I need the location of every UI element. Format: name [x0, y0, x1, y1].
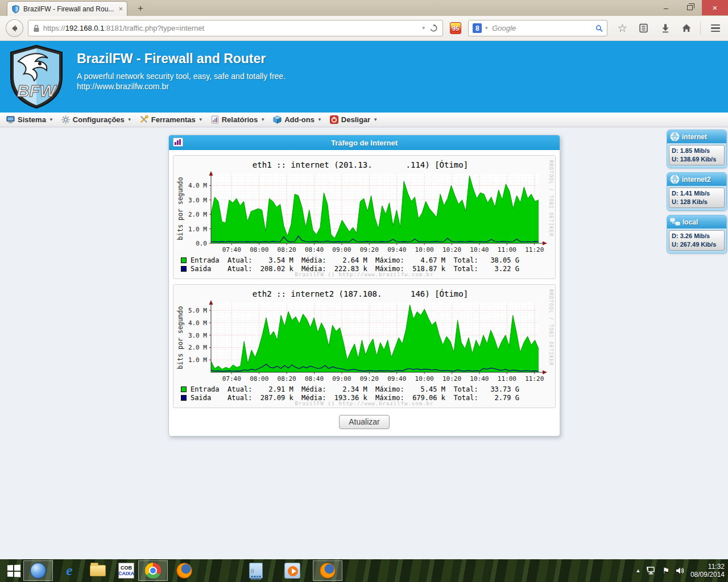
menu-item-addons[interactable]: Add-ons ▼ — [270, 115, 327, 124]
taskbar-clock[interactable]: 11:32 08/09/2014 — [690, 563, 725, 579]
search-input[interactable] — [491, 23, 593, 33]
internet-explorer-icon: e — [66, 562, 73, 579]
svg-text:4.0 M: 4.0 M — [188, 319, 207, 327]
svg-text:09:20: 09:20 — [360, 246, 379, 253]
widget-header: internet — [667, 130, 726, 143]
rrd-graph-eth2: 07:4008:0008:2008:4009:0009:2009:4010:00… — [173, 300, 549, 384]
taskbar-chrome-active[interactable] — [138, 560, 168, 581]
menu-label: Desligar — [341, 115, 370, 124]
svg-text:2.0 M: 2.0 M — [188, 344, 207, 351]
taskbar-cob-caixa[interactable]: COBCAIXA — [116, 562, 136, 580]
widget-internet[interactable]: internet D: 1.85 Mib/s U: 138.69 Kib/s — [667, 130, 727, 168]
taskbar-firefox[interactable] — [174, 562, 195, 580]
menu-item-ferramentas[interactable]: Ferramentas ▼ — [137, 115, 208, 124]
menu-bar: Sistema ▼ Configurações ▼ Ferramentas ▼ … — [0, 113, 728, 127]
globe-icon — [670, 174, 680, 184]
volume-icon[interactable] — [676, 567, 684, 575]
network-status-icon[interactable] — [647, 567, 656, 575]
globe-icon — [670, 132, 680, 142]
menu-item-relatorios[interactable]: Relatórios ▼ — [208, 115, 271, 124]
chevron-down-icon: ▼ — [49, 117, 53, 122]
report-icon — [211, 115, 219, 124]
widget-values: D: 1.85 Mib/s U: 138.69 Kib/s — [669, 145, 725, 165]
tab-close-icon[interactable]: × — [118, 5, 123, 13]
graph-eth1: eth1 :: internet (201.13. .114) [Ótimo] … — [173, 155, 556, 279]
svg-text:09:00: 09:00 — [332, 375, 351, 383]
menu-label: Add-ons — [284, 115, 315, 124]
downloads-icon[interactable] — [659, 22, 672, 35]
firefox-window: BrazilFW - Firewall and Rou... × + – × h… — [0, 0, 728, 582]
chevron-down-icon: ▼ — [373, 117, 378, 122]
taskbar-file-explorer[interactable] — [88, 562, 108, 580]
widget-local[interactable]: local D: 3.26 Mib/s U: 267.49 Kib/s — [667, 215, 727, 253]
chart-icon — [173, 138, 183, 147]
close-button[interactable]: × — [702, 0, 728, 15]
system-icon — [6, 116, 15, 124]
legend-text: Entrada Atual: 2.91 M Média: 2.34 M Máxi… — [191, 385, 519, 393]
taskbar-firefox-active[interactable] — [313, 560, 342, 581]
menu-hamburger-icon[interactable] — [709, 22, 722, 35]
taskbar-internet-explorer[interactable]: e — [59, 562, 80, 580]
action-center-flag-icon[interactable]: ⚑ — [662, 566, 669, 575]
logo-text: BFW — [17, 81, 57, 100]
browser-tab[interactable]: BrazilFW - Firewall and Rou... × — [7, 1, 127, 16]
url-bar[interactable]: https://192.168.0.1:8181/traffic.php?typ… — [28, 20, 443, 36]
site-subtitle: A powerful network security tool, easy, … — [77, 72, 286, 81]
svg-text:4.0 M: 4.0 M — [188, 182, 207, 189]
menu-item-sistema[interactable]: Sistema ▼ — [3, 115, 59, 124]
firefox-icon — [176, 563, 192, 579]
search-box[interactable]: 8 ▼ — [468, 20, 607, 36]
widget-header: internet2 — [667, 173, 726, 186]
refresh-button[interactable]: Atualizar — [339, 415, 389, 429]
svg-text:5.0 M: 5.0 M — [188, 307, 207, 314]
svg-text:10:20: 10:20 — [442, 246, 461, 253]
site-url: http://www.brazilfw.com.br — [77, 82, 169, 91]
site-header: BFW BrazilFW - Firewall and Router A pow… — [0, 41, 728, 113]
search-icon[interactable] — [595, 24, 603, 32]
tray-expand-icon[interactable]: ▲ — [635, 568, 640, 573]
rrd-graph-eth1: 07:4008:0008:2008:4009:0009:2009:4010:00… — [173, 171, 549, 255]
cob-caixa-icon: COBCAIXA — [118, 563, 134, 579]
new-tab-button[interactable]: + — [132, 2, 149, 15]
panel-title: Tráfego de Internet — [331, 139, 398, 147]
firefox-icon — [320, 563, 336, 579]
widget-label: internet2 — [682, 176, 711, 184]
menu-item-desligar[interactable]: Desligar ▼ — [327, 115, 383, 124]
taskbar-calculator[interactable]: 0 — [246, 562, 266, 580]
url-path: :8181/traffic.php?type=internet — [104, 24, 204, 32]
widget-body: D: 3.26 Mib/s U: 267.49 Kib/s — [667, 228, 726, 253]
panel-header: Tráfego de Internet — [169, 135, 560, 150]
power-icon — [330, 115, 338, 124]
url-domain: 192.168.0.1 — [65, 24, 105, 32]
start-button[interactable] — [3, 562, 24, 580]
back-button[interactable] — [6, 19, 23, 37]
widget-values: D: 1.41 Mib/s U: 128 Kib/s — [669, 188, 725, 208]
widget-header: local — [667, 215, 726, 228]
restore-icon — [687, 5, 693, 10]
minimize-button[interactable]: – — [654, 0, 678, 15]
graph-legend: Entrada Atual: 3.54 M Média: 2.64 M Máxi… — [181, 256, 519, 273]
extension-badge[interactable]: 95 — [450, 22, 462, 34]
taskbar-app-active-1[interactable] — [23, 560, 53, 581]
traffic-panel: Tráfego de Internet eth1 :: internet (20… — [168, 135, 560, 436]
svg-text:08:20: 08:20 — [278, 375, 296, 383]
bookmarks-menu-icon[interactable] — [637, 22, 651, 35]
browser-titlebar: BrazilFW - Firewall and Rou... × + – × — [0, 0, 728, 16]
svg-text:09:00: 09:00 — [332, 246, 351, 253]
restore-button[interactable] — [678, 0, 702, 15]
search-engine-caret-icon[interactable]: ▼ — [484, 26, 489, 31]
widget-internet2[interactable]: internet2 D: 1.41 Mib/s U: 128 Kib/s — [667, 172, 727, 211]
home-icon[interactable] — [680, 22, 694, 35]
graph-watermark: BrazilFW () http://www.brazilfw.com.br — [173, 272, 555, 277]
svg-text:11:00: 11:00 — [498, 246, 516, 253]
menu-item-configuracoes[interactable]: Configurações ▼ — [59, 115, 137, 124]
url-dropdown-icon[interactable]: ▼ — [421, 26, 426, 31]
legend-color-chip — [181, 395, 187, 401]
calculator-icon: 0 — [249, 563, 263, 579]
graph-title: eth2 :: internet2 (187.108. 146) [Ótimo] — [173, 289, 547, 298]
reload-icon[interactable] — [429, 24, 438, 32]
bookmark-star-icon[interactable]: ☆ — [615, 22, 629, 35]
taskbar-media-player[interactable] — [282, 562, 303, 580]
menu-label: Relatórios — [222, 115, 258, 124]
rrdtool-credit: RRDTOOL / TOBI OETIKER — [548, 289, 554, 366]
